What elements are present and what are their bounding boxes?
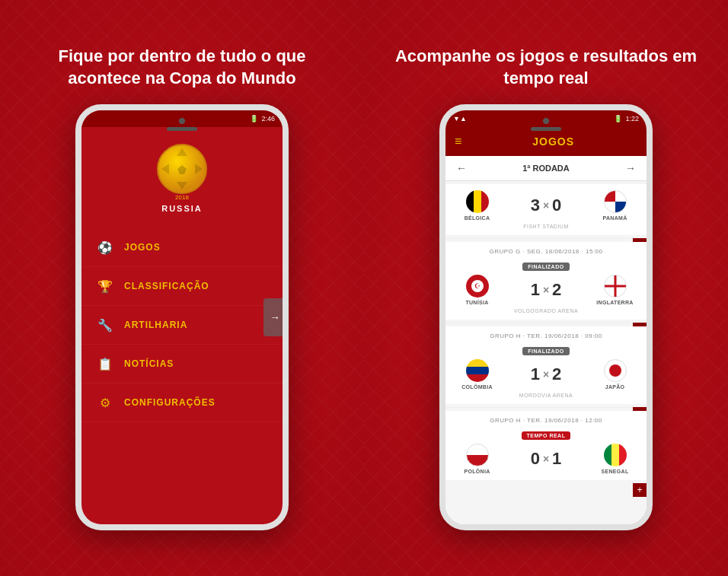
match-3-score-away: 2 xyxy=(552,364,561,384)
match-2-row: ☪ TUNÍSIA 1 × 2 xyxy=(456,275,636,305)
menu-item-configuracoes[interactable]: ⚙ CONFIGURAÇÕES xyxy=(81,383,283,422)
slide-arrow[interactable]: → xyxy=(263,298,286,336)
match-1-score: 3 × 0 xyxy=(503,196,589,215)
match-2-group: GRUPO G · SEG. 18/06/2018 · 15:00 xyxy=(456,248,636,255)
team-colombia: COLÔMBIA xyxy=(456,359,498,390)
menu-list: ⚽ JOGOS 🏆 CLASSIFICAÇÃO 🔧 ARTILHARIA 📋 N… xyxy=(81,224,283,426)
england-flag xyxy=(604,275,627,298)
left-panel-title: Fique por dentro de tudo o que acontece … xyxy=(0,46,364,89)
left-panel: Fique por dentro de tudo o que acontece … xyxy=(0,0,364,576)
right-phone: ▼▲ 🔋 1:22 ≡ JOGOS ← 1ª RODADA → xyxy=(439,104,653,530)
match-card-3: GRUPO H · TER. 19/06/2018 · 09:00 FINALI… xyxy=(445,326,647,404)
configuracoes-icon: ⚙ xyxy=(97,394,113,411)
battery-icon-right: 🔋 xyxy=(614,115,622,123)
match-3-score-home: 1 xyxy=(531,364,540,384)
team-japan: JAPÃO xyxy=(594,359,636,390)
match-3-score-x: × xyxy=(543,368,549,380)
logo-area: 2018 RUSSIA xyxy=(81,127,283,224)
england-name: INGLATERRA xyxy=(596,300,633,305)
colombia-flag xyxy=(466,359,489,382)
match-3-badge-row: FINALIZADO xyxy=(456,342,636,359)
match-1-score-away: 0 xyxy=(552,196,561,215)
configuracoes-label: CONFIGURAÇÕES xyxy=(124,397,216,408)
match-3-row: COLÔMBIA 1 × 2 JAPÃO xyxy=(456,359,636,390)
match-4-score-away: 1 xyxy=(552,449,561,469)
match-list: ← 1ª RODADA → BÉLGICA 3 xyxy=(445,156,647,524)
phone-camera-right xyxy=(543,118,549,124)
panama-flag xyxy=(604,190,627,213)
match-4-row: POLÔNIA 0 × 1 SENEGAL xyxy=(456,444,636,474)
match-1-content: BÉLGICA 3 × 0 xyxy=(445,184,647,235)
match-2-stadium: VOLGOGRADO ARENA xyxy=(456,308,636,313)
team-senegal: SENEGAL xyxy=(594,444,636,474)
round-label: 1ª RODADA xyxy=(522,164,570,173)
left-phone-content: 🔋 2:46 xyxy=(81,110,283,524)
match-4-group: GRUPO H · TER. 19/06/2018 · 12:00 xyxy=(456,417,636,424)
match-1-stadium: FISHT STADIUM xyxy=(456,224,636,229)
round-header: ← 1ª RODADA → xyxy=(445,156,647,181)
match-4-score-x: × xyxy=(543,453,549,465)
match-2-score-home: 1 xyxy=(531,280,540,300)
match-card-1: BÉLGICA 3 × 0 xyxy=(445,184,647,235)
soccer-ball-icon xyxy=(155,142,209,196)
signal-left: ▼▲ xyxy=(453,115,467,123)
team-panama: PANAMÁ xyxy=(594,190,636,221)
match-4-score-home: 0 xyxy=(531,449,540,469)
tunisia-name: TUNÍSIA xyxy=(465,300,488,305)
separator-2 xyxy=(445,323,647,323)
match-2-score: 1 × 2 xyxy=(503,280,589,300)
next-round-button[interactable]: → xyxy=(625,162,636,174)
match-4-badge-row: TEMPO REAL xyxy=(456,427,636,444)
separator-1 xyxy=(445,238,647,239)
match-2-badge-row: FINALIZADO xyxy=(456,258,636,275)
match-4-plus[interactable]: + xyxy=(633,483,647,497)
phone-speaker-right xyxy=(531,127,561,131)
match-1-score-home: 3 xyxy=(531,196,540,215)
match-3-status: FINALIZADO xyxy=(522,347,569,355)
jogos-icon: ⚽ xyxy=(97,239,113,256)
team-poland: POLÔNIA xyxy=(456,444,498,474)
artilharia-label: ARTILHARIA xyxy=(124,320,187,330)
menu-item-jogos[interactable]: ⚽ JOGOS xyxy=(81,228,283,267)
poland-name: POLÔNIA xyxy=(465,469,490,474)
match-3-stadium: MORDOVIA ARENA xyxy=(456,393,636,398)
russia-label: RUSSIA xyxy=(161,204,203,213)
separator-3 xyxy=(445,407,647,408)
match-3-group: GRUPO H · TER. 19/06/2018 · 09:00 xyxy=(456,333,636,339)
match-2-status: FINALIZADO xyxy=(522,263,569,271)
match-1-row: BÉLGICA 3 × 0 xyxy=(456,190,636,221)
phone-speaker-left xyxy=(167,127,197,131)
hamburger-icon[interactable]: ≡ xyxy=(455,135,461,148)
match-3-score: 1 × 2 xyxy=(503,364,589,384)
noticias-label: NOTÍCIAS xyxy=(124,358,174,369)
jogos-label: JOGOS xyxy=(124,242,161,253)
belgium-name: BÉLGICA xyxy=(465,215,490,221)
classificacao-label: CLASSIFICAÇÃO xyxy=(124,281,209,291)
match-2-score-x: × xyxy=(543,284,549,296)
phone-camera-left xyxy=(179,118,185,124)
prev-round-button[interactable]: ← xyxy=(456,162,467,174)
match-4-content: GRUPO H · TER. 19/06/2018 · 12:00 TEMPO … xyxy=(445,411,647,480)
phone-top-left xyxy=(167,118,197,131)
match-4-score: 0 × 1 xyxy=(503,449,589,469)
menu-item-artilharia[interactable]: 🔧 ARTILHARIA xyxy=(81,306,283,345)
classificacao-icon: 🏆 xyxy=(97,278,113,294)
right-panel-title: Acompanhe os jogos e resultados em tempo… xyxy=(364,46,728,89)
match-1-score-x: × xyxy=(543,199,549,212)
right-panel: Acompanhe os jogos e resultados em tempo… xyxy=(364,0,728,576)
belgium-flag xyxy=(466,190,489,213)
tunisia-flag: ☪ xyxy=(466,275,489,298)
match-3-content: GRUPO H · TER. 19/06/2018 · 09:00 FINALI… xyxy=(445,326,647,404)
japan-flag xyxy=(604,359,627,382)
match-card-2: GRUPO G · SEG. 18/06/2018 · 15:00 FINALI… xyxy=(445,242,647,320)
noticias-icon: 📋 xyxy=(97,355,113,372)
japan-name: JAPÃO xyxy=(605,384,625,390)
menu-item-noticias[interactable]: 📋 NOTÍCIAS xyxy=(81,345,283,383)
team-england: INGLATERRA xyxy=(594,275,636,305)
app-header: ≡ JOGOS xyxy=(445,127,647,156)
menu-item-classificacao[interactable]: 🏆 CLASSIFICAÇÃO xyxy=(81,267,283,306)
poland-flag xyxy=(466,444,489,466)
match-4-status: TEMPO REAL xyxy=(522,431,571,440)
app-header-title: JOGOS xyxy=(469,135,637,148)
panama-name: PANAMÁ xyxy=(602,215,627,221)
